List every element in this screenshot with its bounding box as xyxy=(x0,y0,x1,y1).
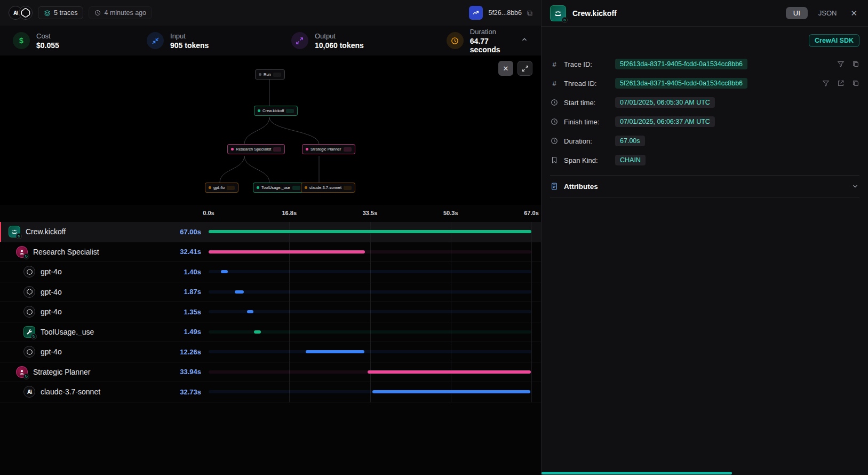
timeline-bar[interactable] xyxy=(306,350,365,353)
horizontal-scrollbar[interactable] xyxy=(541,472,732,474)
trace-graph-canvas[interactable]: Run Crew.kickoff Research Specialist Str… xyxy=(0,56,541,205)
clock-icon xyxy=(550,137,559,145)
node-label: gpt-4o xyxy=(213,185,225,190)
instrumented-badge-icon: ↻ xyxy=(23,254,29,259)
timeline-bar[interactable] xyxy=(372,390,530,393)
span-name: ToolUsage._use xyxy=(41,328,164,336)
trace-topbar: A\ 5 traces 4 minutes ago 5f26...8bb6 ⧉ xyxy=(0,0,541,26)
node-duration-chip xyxy=(292,186,300,190)
dollar-icon: $ xyxy=(13,32,30,49)
graph-node-claude[interactable]: claude-3.7-sonnet xyxy=(301,183,355,193)
clock-icon xyxy=(550,99,559,106)
layers-icon xyxy=(44,10,51,17)
stat-value: 905 tokens xyxy=(170,41,209,50)
span-duration: 1.35s xyxy=(169,308,201,316)
view-toggle-ui[interactable]: UI xyxy=(786,7,808,19)
trace-stats-bar: $ Cost $0.055 Input 905 tokens Output 10… xyxy=(0,26,541,56)
graph-node-crew-kickoff[interactable]: Crew.kickoff xyxy=(254,106,298,116)
openai-logo-icon xyxy=(19,6,33,20)
timeline-bar[interactable] xyxy=(247,310,253,313)
timeline-bar[interactable] xyxy=(221,270,228,273)
app: A\ 5 traces 4 minutes ago 5f26...8bb6 ⧉ xyxy=(0,0,868,475)
span-name: gpt-4o xyxy=(41,307,164,316)
field-label: Span Kind: xyxy=(564,156,610,164)
span-name: Research Specialist xyxy=(33,248,164,256)
timeline-row-gpt4o-1[interactable]: gpt-4o 1.40s xyxy=(0,262,541,282)
copy-trace-id-icon[interactable]: ⧉ xyxy=(527,9,532,18)
stat-label: Duration xyxy=(470,28,521,36)
details-title: Crew.kickoff xyxy=(572,9,779,18)
trace-short-id: 5f26...8bb6 xyxy=(488,9,522,17)
timeline-row-gpt4o-3[interactable]: gpt-4o 1.35s xyxy=(0,302,541,322)
trace-metrics-icon[interactable] xyxy=(469,6,483,20)
external-link-icon[interactable] xyxy=(837,80,845,87)
close-graph-button[interactable]: ✕ xyxy=(498,61,513,76)
span-duration: 33.94s xyxy=(169,368,201,376)
axis-tick: 50.3s xyxy=(443,210,458,216)
node-type-dot xyxy=(231,148,234,151)
node-type-dot xyxy=(305,186,307,189)
expand-graph-button[interactable] xyxy=(517,61,532,76)
output-tokens-icon xyxy=(291,32,308,49)
copy-icon[interactable] xyxy=(852,60,859,68)
attributes-label: Attributes xyxy=(564,183,846,191)
axis-tick: 16.8s xyxy=(282,210,297,216)
timeline-row-claude[interactable]: A\ claude-3.7-sonnet 32.73s xyxy=(0,382,541,402)
timeline-bar[interactable] xyxy=(235,290,244,294)
traces-count-label: 5 traces xyxy=(54,9,77,17)
timeline-row-research-specialist[interactable]: ↻ Research Specialist 32.41s xyxy=(0,242,541,263)
timeline-row-toolusage[interactable]: ↻ ToolUsage._use 1.49s xyxy=(0,322,541,343)
timeline-row-strategic-planner[interactable]: ↻ Strategic Planner 33.94s xyxy=(0,362,541,383)
timeline-track xyxy=(209,270,531,273)
waterfall-timeline: 0.0s 16.8s 33.5s 50.3s 67.0s xyxy=(0,205,541,475)
stat-input: Input 905 tokens xyxy=(147,32,291,50)
provider-logos: A\ xyxy=(9,6,33,20)
node-label: Crew.kickoff xyxy=(262,108,284,113)
copy-icon[interactable] xyxy=(852,80,859,87)
close-panel-icon[interactable]: ✕ xyxy=(848,7,859,19)
collapse-stats-chevron-icon[interactable] xyxy=(521,36,528,45)
field-label: Thread ID: xyxy=(564,80,610,88)
span-name: gpt-4o xyxy=(41,347,164,356)
node-duration-chip xyxy=(344,186,352,190)
timeline-bar[interactable] xyxy=(368,370,531,374)
graph-node-run[interactable]: Run xyxy=(255,69,285,80)
attributes-section-header[interactable]: Attributes xyxy=(550,175,859,197)
node-duration-chip xyxy=(227,186,235,190)
graph-node-research-specialist[interactable]: Research Specialist xyxy=(227,144,285,154)
node-label: Strategic Planner xyxy=(310,147,341,152)
span-details-panel: ↻ Crew.kickoff UI JSON ✕ CrewAI SDK # Tr… xyxy=(541,0,868,475)
view-toggle-json[interactable]: JSON xyxy=(818,9,837,17)
traces-count-badge[interactable]: 5 traces xyxy=(38,6,83,19)
chevron-down-icon[interactable] xyxy=(851,183,859,190)
filter-icon[interactable] xyxy=(822,80,830,87)
stat-output: Output 10,060 tokens xyxy=(291,32,447,50)
timeline-row-gpt4o-2[interactable]: gpt-4o 1.87s xyxy=(0,282,541,303)
field-duration: Duration: 67.00s xyxy=(550,131,859,151)
graph-node-toolusage[interactable]: ToolUsage._use xyxy=(253,183,304,193)
span-duration: 1.49s xyxy=(169,328,201,336)
graph-node-gpt-4o[interactable]: gpt-4o xyxy=(205,183,238,193)
hash-icon: # xyxy=(550,60,559,68)
timeline-track xyxy=(209,350,531,353)
graph-node-strategic-planner[interactable]: Strategic Planner xyxy=(302,144,355,154)
span-duration: 12.26s xyxy=(169,348,201,356)
timeline-bar[interactable] xyxy=(209,250,365,254)
timeline-row-gpt4o-4[interactable]: gpt-4o 12.26s xyxy=(0,342,541,362)
filter-icon[interactable] xyxy=(837,60,845,68)
instrumented-badge-icon: ↻ xyxy=(562,17,568,23)
anthropic-icon: A\ xyxy=(23,386,35,398)
node-duration-chip xyxy=(286,109,294,113)
field-start-time: Start time: 07/01/2025, 06:05:30 AM UTC xyxy=(550,93,859,112)
instrumented-badge-icon: ↻ xyxy=(31,334,37,339)
node-type-dot xyxy=(259,73,261,76)
timeline-row-crew-kickoff[interactable]: ↻ Crew.kickoff 67.00s xyxy=(0,222,541,242)
field-label: Trace ID: xyxy=(564,60,610,68)
node-type-dot xyxy=(306,148,308,151)
node-label: Research Specialist xyxy=(236,147,271,152)
timeline-bar[interactable] xyxy=(254,330,261,334)
field-value: 07/01/2025, 06:06:37 AM UTC xyxy=(615,116,715,127)
trace-overview-section: A\ 5 traces 4 minutes ago 5f26...8bb6 ⧉ xyxy=(0,0,541,475)
field-label: Finish time: xyxy=(564,118,610,126)
timeline-bar[interactable] xyxy=(209,230,531,233)
